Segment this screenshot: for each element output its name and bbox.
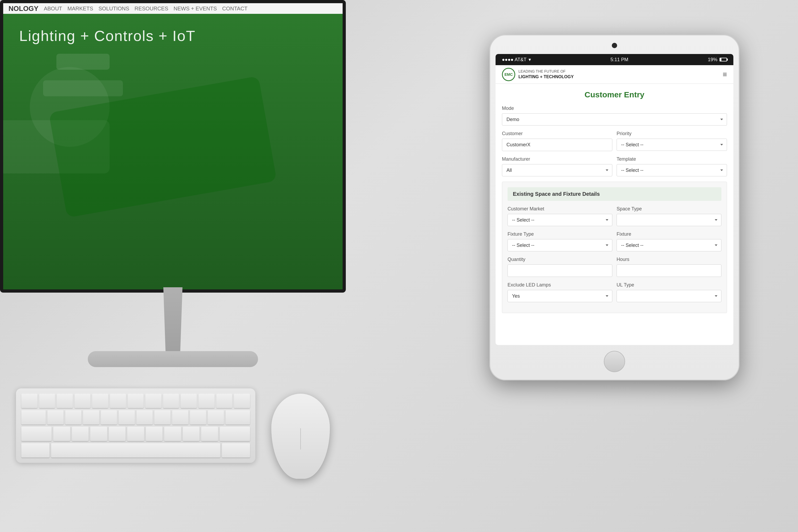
mode-label: Mode — [502, 106, 727, 111]
key — [216, 394, 232, 408]
key — [21, 443, 50, 457]
fixture-type-col: Fixture Type -- Select -- — [508, 231, 612, 251]
nav-news[interactable]: NEWS + EVENTS — [174, 5, 217, 12]
status-time: 5:11 PM — [610, 57, 628, 62]
space-type-select[interactable] — [616, 214, 721, 226]
spacebar-key — [51, 443, 220, 457]
monitor-base — [88, 351, 258, 367]
key — [226, 410, 250, 424]
customer-priority-row: Customer Priority -- Select -- — [502, 131, 727, 151]
key — [145, 394, 162, 408]
website-nav-bar: NOLOGY ABOUT MARKETS SOLUTIONS RESOURCES… — [3, 3, 343, 14]
priority-col: Priority -- Select -- — [616, 131, 727, 151]
monitor: NOLOGY ABOUT MARKETS SOLUTIONS RESOURCES… — [0, 0, 373, 425]
key — [180, 394, 197, 408]
nav-markets[interactable]: MARKETS — [68, 5, 93, 12]
customer-market-select[interactable]: -- Select -- — [508, 214, 612, 226]
customer-market-label: Customer Market — [508, 206, 612, 212]
ul-type-col: UL Type — [616, 282, 721, 302]
tablet-home-button[interactable] — [604, 351, 625, 372]
logo-subtitle: LEADING THE FUTURE OF — [518, 69, 574, 74]
key — [190, 410, 206, 424]
section-header: Existing Space and Fixture Details — [508, 187, 721, 201]
priority-label: Priority — [616, 131, 727, 136]
existing-space-section: Existing Space and Fixture Details Custo… — [502, 182, 727, 313]
key — [136, 410, 153, 424]
fixturetype-fixture-row: Fixture Type -- Select -- Fixture -- Sel… — [508, 231, 721, 251]
exclude-led-select[interactable]: Yes — [508, 290, 612, 302]
key — [109, 427, 126, 441]
key — [57, 394, 73, 408]
customer-input[interactable] — [502, 138, 612, 151]
key — [110, 394, 126, 408]
priority-select[interactable]: -- Select -- — [616, 138, 727, 151]
key — [234, 394, 250, 408]
wifi-icon: ▾ — [529, 57, 531, 62]
key-row-2 — [21, 410, 250, 424]
template-label: Template — [616, 156, 727, 162]
website-logo: NOLOGY — [8, 4, 39, 13]
key — [39, 394, 55, 408]
manufacturer-label: Manufacturer — [502, 156, 612, 162]
fixture-col: Fixture -- Select -- — [616, 231, 721, 251]
space-type-col: Space Type — [616, 206, 721, 226]
quantity-hours-row: Quantity Hours — [508, 257, 721, 277]
tablet-screen: ●●●● AT&T ▾ 5:11 PM 19% EMC LEADING THE … — [496, 54, 733, 345]
key — [21, 427, 52, 441]
key — [21, 394, 38, 408]
space-type-label: Space Type — [616, 206, 721, 212]
customer-market-col: Customer Market -- Select -- — [508, 206, 612, 226]
quantity-input[interactable] — [508, 264, 612, 277]
mode-select[interactable]: Demo — [502, 113, 727, 126]
exclude-led-label: Exclude LED Lamps — [508, 282, 612, 288]
page-title: Customer Entry — [502, 90, 727, 99]
ul-type-select[interactable] — [616, 290, 721, 302]
key — [222, 443, 250, 457]
key — [201, 427, 218, 441]
keyboard — [16, 388, 255, 463]
template-select[interactable]: -- Select -- — [616, 164, 727, 176]
tablet: ●●●● AT&T ▾ 5:11 PM 19% EMC LEADING THE … — [490, 35, 740, 380]
nav-solutions[interactable]: SOLUTIONS — [98, 5, 129, 12]
key — [21, 410, 46, 424]
app-logo: EMC LEADING THE FUTURE OF LIGHTING + TEC… — [502, 68, 574, 81]
key — [65, 410, 81, 424]
logo-circle: EMC — [502, 68, 515, 81]
monitor-stand — [149, 287, 197, 357]
fixture-type-select[interactable]: -- Select -- — [508, 239, 612, 251]
key — [75, 394, 91, 408]
battery-icon — [720, 58, 727, 61]
mouse-divider — [300, 428, 301, 450]
key — [146, 427, 163, 441]
key — [90, 427, 107, 441]
manufacturer-select[interactable]: All — [502, 164, 612, 176]
keyboard-keys — [21, 394, 250, 457]
key — [72, 427, 89, 441]
monitor-screen-inner: NOLOGY ABOUT MARKETS SOLUTIONS RESOURCES… — [3, 3, 343, 289]
led-ultype-row: Exclude LED Lamps Yes UL Type — [508, 282, 721, 302]
hours-input[interactable] — [616, 264, 721, 277]
key-row-3 — [21, 427, 250, 441]
key — [127, 427, 144, 441]
manufacturer-col: Manufacturer All — [502, 156, 612, 176]
nav-resources[interactable]: RESOURCES — [135, 5, 168, 12]
nav-about[interactable]: ABOUT — [44, 5, 62, 12]
key — [198, 394, 215, 408]
nav-contact[interactable]: CONTACT — [222, 5, 247, 12]
status-bar: ●●●● AT&T ▾ 5:11 PM 19% — [496, 54, 733, 65]
manufacturer-template-row: Manufacturer All Template -- Select -- — [502, 156, 727, 176]
decorative-shapes — [3, 14, 343, 289]
key — [154, 410, 171, 424]
website-content: Lighting + Controls + IoT — [3, 14, 343, 289]
website-tagline: Lighting + Controls + IoT — [19, 27, 195, 44]
tablet-camera — [612, 43, 617, 48]
battery-text: 19% — [708, 57, 717, 62]
hours-label: Hours — [616, 257, 721, 262]
status-left: ●●●● AT&T ▾ — [502, 57, 531, 62]
hamburger-menu-icon[interactable]: ≡ — [723, 70, 727, 79]
key — [172, 410, 188, 424]
ul-type-label: UL Type — [616, 282, 721, 288]
fixture-select[interactable]: -- Select -- — [616, 239, 721, 251]
key — [83, 410, 99, 424]
key — [101, 410, 117, 424]
